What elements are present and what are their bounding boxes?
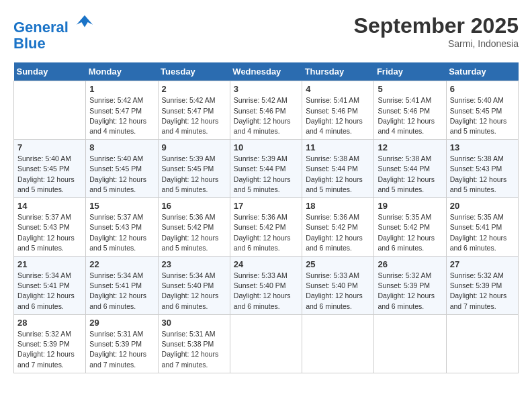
day-number: 5 [378,84,442,94]
day-info: Sunrise: 5:33 AM Sunset: 5:40 PM Dayligh… [306,271,370,312]
day-info: Sunrise: 5:40 AM Sunset: 5:45 PM Dayligh… [89,154,154,195]
day-info: Sunrise: 5:41 AM Sunset: 5:46 PM Dayligh… [378,95,442,136]
location: Sarmi, Indonesia [354,38,519,49]
calendar-cell: 22Sunrise: 5:34 AM Sunset: 5:41 PM Dayli… [86,257,158,315]
day-info: Sunrise: 5:39 AM Sunset: 5:45 PM Dayligh… [162,154,226,195]
calendar-cell: 27Sunrise: 5:32 AM Sunset: 5:39 PM Dayli… [446,257,518,315]
day-number: 8 [89,142,154,152]
calendar-cell [230,314,302,373]
day-number: 21 [17,259,82,269]
day-info: Sunrise: 5:34 AM Sunset: 5:41 PM Dayligh… [17,271,82,312]
day-number: 26 [378,259,442,269]
day-info: Sunrise: 5:33 AM Sunset: 5:40 PM Dayligh… [234,271,298,312]
day-number: 16 [162,201,226,211]
calendar-table: SundayMondayTuesdayWednesdayThursdayFrid… [13,62,519,373]
day-info: Sunrise: 5:40 AM Sunset: 5:45 PM Dayligh… [450,95,515,136]
day-info: Sunrise: 5:38 AM Sunset: 5:44 PM Dayligh… [306,154,370,195]
day-number: 4 [306,84,370,94]
calendar-cell: 6Sunrise: 5:40 AM Sunset: 5:45 PM Daylig… [446,81,518,140]
calendar-cell: 29Sunrise: 5:31 AM Sunset: 5:39 PM Dayli… [86,314,158,373]
calendar-cell: 7Sunrise: 5:40 AM Sunset: 5:45 PM Daylig… [14,140,86,198]
logo-blue: Blue [13,36,94,52]
logo-text: General [13,13,94,36]
page-header: General Blue September 2025 Sarmi, Indon… [13,13,519,52]
day-number: 22 [89,259,154,269]
calendar-cell: 21Sunrise: 5:34 AM Sunset: 5:41 PM Dayli… [14,257,86,315]
calendar-cell [374,314,446,373]
day-info: Sunrise: 5:35 AM Sunset: 5:42 PM Dayligh… [378,212,442,253]
calendar-cell: 16Sunrise: 5:36 AM Sunset: 5:42 PM Dayli… [158,198,230,257]
day-info: Sunrise: 5:34 AM Sunset: 5:41 PM Dayligh… [89,271,154,312]
day-number: 19 [378,201,442,211]
svg-marker-0 [77,15,93,28]
calendar-cell: 15Sunrise: 5:37 AM Sunset: 5:43 PM Dayli… [86,198,158,257]
day-number: 1 [89,84,154,94]
day-number: 14 [17,201,82,211]
day-number: 23 [162,259,226,269]
logo-bird-icon [75,13,94,32]
calendar-cell: 20Sunrise: 5:35 AM Sunset: 5:41 PM Dayli… [446,198,518,257]
day-info: Sunrise: 5:32 AM Sunset: 5:39 PM Dayligh… [17,329,82,370]
calendar-cell [446,314,518,373]
calendar-cell: 10Sunrise: 5:39 AM Sunset: 5:44 PM Dayli… [230,140,302,198]
day-number: 6 [450,84,515,94]
calendar-cell: 18Sunrise: 5:36 AM Sunset: 5:42 PM Dayli… [302,198,374,257]
day-info: Sunrise: 5:42 AM Sunset: 5:46 PM Dayligh… [234,95,298,136]
calendar-cell: 30Sunrise: 5:31 AM Sunset: 5:38 PM Dayli… [158,314,230,373]
col-header-wednesday: Wednesday [230,62,302,81]
day-number: 3 [234,84,298,94]
logo: General Blue [13,13,94,52]
calendar-cell: 2Sunrise: 5:42 AM Sunset: 5:47 PM Daylig… [158,81,230,140]
day-info: Sunrise: 5:36 AM Sunset: 5:42 PM Dayligh… [306,212,370,253]
logo-general: General [13,19,69,36]
header-row: SundayMondayTuesdayWednesdayThursdayFrid… [14,62,519,81]
day-number: 15 [89,201,154,211]
month-title: September 2025 [354,13,519,38]
day-number: 10 [234,142,298,152]
calendar-cell: 5Sunrise: 5:41 AM Sunset: 5:46 PM Daylig… [374,81,446,140]
calendar-cell: 1Sunrise: 5:42 AM Sunset: 5:47 PM Daylig… [86,81,158,140]
day-info: Sunrise: 5:40 AM Sunset: 5:45 PM Dayligh… [17,154,82,195]
calendar-cell: 17Sunrise: 5:36 AM Sunset: 5:42 PM Dayli… [230,198,302,257]
day-info: Sunrise: 5:38 AM Sunset: 5:43 PM Dayligh… [450,154,515,195]
day-info: Sunrise: 5:34 AM Sunset: 5:40 PM Dayligh… [162,271,226,312]
day-number: 13 [450,142,515,152]
calendar-cell: 11Sunrise: 5:38 AM Sunset: 5:44 PM Dayli… [302,140,374,198]
col-header-sunday: Sunday [14,62,86,81]
day-number: 11 [306,142,370,152]
calendar-cell: 26Sunrise: 5:32 AM Sunset: 5:39 PM Dayli… [374,257,446,315]
day-number: 18 [306,201,370,211]
calendar-cell: 23Sunrise: 5:34 AM Sunset: 5:40 PM Dayli… [158,257,230,315]
day-info: Sunrise: 5:37 AM Sunset: 5:43 PM Dayligh… [17,212,82,253]
calendar-cell: 14Sunrise: 5:37 AM Sunset: 5:43 PM Dayli… [14,198,86,257]
day-info: Sunrise: 5:42 AM Sunset: 5:47 PM Dayligh… [162,95,226,136]
day-info: Sunrise: 5:36 AM Sunset: 5:42 PM Dayligh… [234,212,298,253]
week-row-5: 28Sunrise: 5:32 AM Sunset: 5:39 PM Dayli… [14,314,519,373]
calendar-cell: 25Sunrise: 5:33 AM Sunset: 5:40 PM Dayli… [302,257,374,315]
calendar-cell: 9Sunrise: 5:39 AM Sunset: 5:45 PM Daylig… [158,140,230,198]
calendar-cell: 12Sunrise: 5:38 AM Sunset: 5:44 PM Dayli… [374,140,446,198]
col-header-friday: Friday [374,62,446,81]
day-info: Sunrise: 5:41 AM Sunset: 5:46 PM Dayligh… [306,95,370,136]
col-header-saturday: Saturday [446,62,518,81]
week-row-2: 7Sunrise: 5:40 AM Sunset: 5:45 PM Daylig… [14,140,519,198]
day-info: Sunrise: 5:31 AM Sunset: 5:39 PM Dayligh… [89,329,154,370]
week-row-1: 1Sunrise: 5:42 AM Sunset: 5:47 PM Daylig… [14,81,519,140]
calendar-cell: 28Sunrise: 5:32 AM Sunset: 5:39 PM Dayli… [14,314,86,373]
col-header-monday: Monday [86,62,158,81]
day-info: Sunrise: 5:42 AM Sunset: 5:47 PM Dayligh… [89,95,154,136]
day-number: 28 [17,318,82,328]
week-row-3: 14Sunrise: 5:37 AM Sunset: 5:43 PM Dayli… [14,198,519,257]
day-info: Sunrise: 5:32 AM Sunset: 5:39 PM Dayligh… [450,271,515,312]
day-number: 20 [450,201,515,211]
day-info: Sunrise: 5:37 AM Sunset: 5:43 PM Dayligh… [89,212,154,253]
day-info: Sunrise: 5:35 AM Sunset: 5:41 PM Dayligh… [450,212,515,253]
day-number: 9 [162,142,226,152]
calendar-cell: 13Sunrise: 5:38 AM Sunset: 5:43 PM Dayli… [446,140,518,198]
week-row-4: 21Sunrise: 5:34 AM Sunset: 5:41 PM Dayli… [14,257,519,315]
calendar-cell [302,314,374,373]
day-number: 30 [162,318,226,328]
day-info: Sunrise: 5:39 AM Sunset: 5:44 PM Dayligh… [234,154,298,195]
day-number: 7 [17,142,82,152]
day-number: 17 [234,201,298,211]
